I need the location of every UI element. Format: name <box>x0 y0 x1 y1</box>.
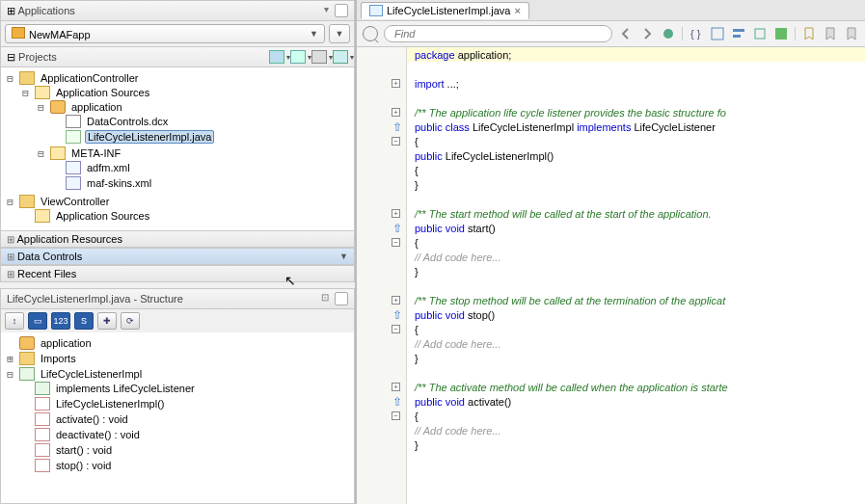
code-line[interactable]: } <box>407 351 865 365</box>
struct-node-start[interactable]: ·start() : void <box>16 443 354 457</box>
code-line[interactable]: } <box>407 438 865 452</box>
debug-icon[interactable] <box>661 26 676 41</box>
close-tab-button[interactable]: × <box>514 5 520 16</box>
project-tree[interactable]: ⊟ApplicationController ⊟Application Sour… <box>0 67 355 230</box>
structure-minimize-button[interactable] <box>335 292 348 305</box>
fold-toggle[interactable]: − <box>392 325 400 333</box>
code-line[interactable] <box>407 279 865 293</box>
filter-icon[interactable]: ▾ <box>311 50 327 64</box>
gutter[interactable]: + + ⇧ − + ⇧ − + ⇧ − + <box>357 47 407 504</box>
structure-fields-button[interactable]: ▭ <box>28 312 47 330</box>
recent-files-panel[interactable]: ⊞ Recent Files <box>0 265 355 282</box>
tree-node-lifecyclelistenerimpl-java[interactable]: ·LifeCycleListenerImpl.java <box>47 130 354 144</box>
code-line[interactable]: /** The stop method will be called at th… <box>407 293 865 307</box>
code-line[interactable]: public LifeCycleListenerImpl() <box>407 148 865 163</box>
block-select-icon[interactable] <box>710 26 725 41</box>
window-options-button[interactable]: ▾ <box>322 4 331 17</box>
override-up-icon[interactable]: ⇧ <box>392 120 402 134</box>
code-line[interactable]: } <box>407 264 865 279</box>
code-line[interactable]: { <box>407 163 865 177</box>
code-line[interactable]: { <box>407 322 865 336</box>
layout-icon[interactable]: ▾ <box>333 50 348 64</box>
refresh-icon[interactable]: ▾ <box>269 50 284 64</box>
struct-node-deactivate[interactable]: ·deactivate() : void <box>16 428 354 441</box>
override-up-icon[interactable]: ⇧ <box>392 308 402 322</box>
struct-node-class[interactable]: ⊟LifeCycleListenerImpl <box>1 367 354 381</box>
code-line[interactable] <box>407 62 865 76</box>
reformat-icon[interactable] <box>731 26 746 41</box>
next-bookmark-icon[interactable] <box>844 26 859 41</box>
override-up-icon[interactable]: ⇧ <box>392 395 402 409</box>
application-resources-panel[interactable]: ⊞ Application Resources <box>0 230 355 248</box>
tree-node-vc-application-sources[interactable]: ·Application Sources <box>16 209 354 223</box>
structure-refresh-button[interactable]: ⟳ <box>121 312 140 330</box>
bookmark-icon[interactable] <box>801 26 817 41</box>
search-icon[interactable] <box>363 26 378 41</box>
tree-node-application-controller[interactable]: ⊟ApplicationController <box>1 71 354 85</box>
fold-toggle[interactable]: + <box>392 296 400 305</box>
expand-minus[interactable]: ⊟ <box>7 51 15 63</box>
code-line[interactable]: } <box>407 177 865 192</box>
code-line[interactable]: { <box>407 235 865 250</box>
code-line[interactable]: /** The activate method will be called w… <box>407 380 865 394</box>
struct-node-imports[interactable]: ⊞Imports <box>1 352 354 365</box>
code-line[interactable]: // Add code here... <box>407 423 865 438</box>
braces-icon[interactable]: { } <box>689 26 704 41</box>
code-line[interactable]: import ...; <box>407 76 865 91</box>
data-controls-panel[interactable]: ⊞ Data Controls▼ <box>0 248 355 265</box>
find-input[interactable] <box>384 25 612 42</box>
code-line[interactable]: public class LifeCycleListenerImpl imple… <box>407 119 865 134</box>
tree-node-meta-inf[interactable]: ⊟META-INF <box>32 146 354 160</box>
code-editor[interactable]: + + ⇧ − + ⇧ − + ⇧ − + <box>357 47 865 504</box>
struct-node-implements[interactable]: ·implements LifeCycleListener <box>16 382 354 395</box>
code-line[interactable] <box>407 192 865 206</box>
structure-pin-button[interactable]: ⊡ <box>319 292 331 305</box>
structure-public-button[interactable]: S <box>74 312 94 330</box>
fold-toggle[interactable]: − <box>392 411 400 420</box>
prev-bookmark-icon[interactable] <box>823 26 838 41</box>
fold-toggle[interactable]: − <box>392 238 400 247</box>
tree-node-maf-skins-xml[interactable]: ·maf-skins.xml <box>47 176 354 190</box>
struct-node-activate[interactable]: ·activate() : void <box>16 412 354 426</box>
minimize-button[interactable] <box>335 4 348 17</box>
code-line[interactable]: // Add code here... <box>407 250 865 264</box>
tree-node-datacontrols-dcx[interactable]: ·DataControls.dcx <box>47 115 354 128</box>
fold-toggle[interactable]: + <box>392 108 400 117</box>
code-line[interactable]: { <box>407 409 865 423</box>
code-line[interactable] <box>407 365 865 380</box>
fold-toggle[interactable]: − <box>392 137 400 146</box>
code-line[interactable]: public void start() <box>407 221 865 235</box>
code-line[interactable]: { <box>407 134 865 148</box>
struct-node-ctor[interactable]: ·LifeCycleListenerImpl() <box>16 397 354 411</box>
expand-plus[interactable]: ⊞ <box>7 5 15 16</box>
code-line[interactable]: /** The start method will be called at t… <box>407 206 865 221</box>
code-line[interactable]: /** The application life cycle listener … <box>407 105 865 119</box>
structure-static-button[interactable]: 123 <box>51 312 70 330</box>
tree-node-adfm-xml[interactable]: ·adfm.xml <box>47 161 354 174</box>
struct-node-package[interactable]: ·application <box>1 336 354 350</box>
code-line[interactable]: // Add code here... <box>407 336 865 351</box>
structure-new-button[interactable]: ✚ <box>97 312 117 330</box>
code-line[interactable] <box>407 91 865 105</box>
application-menu-button[interactable]: ▼ <box>329 24 350 43</box>
fold-toggle[interactable]: + <box>392 383 400 391</box>
code-line[interactable]: package application; <box>407 47 865 62</box>
working-sets-icon[interactable]: ▾ <box>290 50 306 64</box>
surround-icon[interactable] <box>752 26 768 41</box>
override-up-icon[interactable]: ⇧ <box>392 222 402 235</box>
struct-node-stop[interactable]: ·stop() : void <box>16 459 354 472</box>
tree-node-view-controller[interactable]: ⊟ViewController <box>1 195 354 208</box>
structure-sort-button[interactable]: ↕ <box>5 312 24 330</box>
application-dropdown[interactable]: NewMAFapp ▼ <box>5 24 325 43</box>
nav-back-icon[interactable] <box>618 26 634 41</box>
code-line[interactable]: public void stop() <box>407 307 865 322</box>
tree-node-application-sources[interactable]: ⊟Application Sources <box>16 86 354 99</box>
editor-tab-lifecyclelistenerimpl[interactable]: LifeCycleListenerImpl.java × <box>361 2 529 19</box>
fold-toggle[interactable]: + <box>392 79 400 88</box>
generate-icon[interactable] <box>773 26 789 41</box>
structure-tree[interactable]: ·application ⊞Imports ⊟LifeCycleListener… <box>0 332 355 504</box>
nav-forward-icon[interactable] <box>639 26 655 41</box>
fold-toggle[interactable]: + <box>392 209 400 218</box>
code-line[interactable]: public void activate() <box>407 394 865 409</box>
tree-node-application-pkg[interactable]: ⊟application <box>32 100 354 114</box>
